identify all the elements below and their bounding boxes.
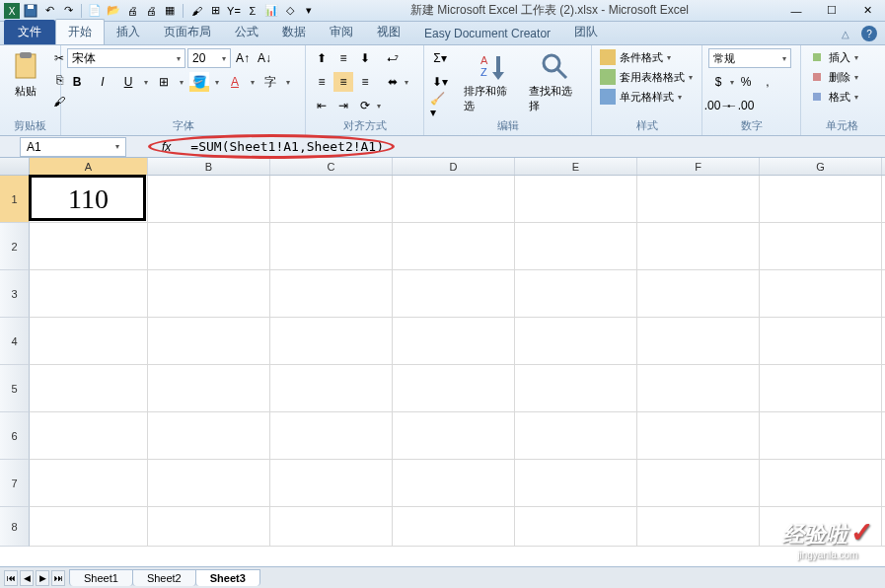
paste-button[interactable]: 粘贴 xyxy=(6,48,45,101)
italic-button[interactable]: I xyxy=(93,72,112,92)
sheet-nav-first-icon[interactable]: ⏮ xyxy=(4,570,18,586)
more-icon[interactable]: ▾ xyxy=(301,3,317,19)
font-size-select[interactable]: 20▾ xyxy=(187,48,231,68)
align-top-icon[interactable]: ⬆ xyxy=(312,48,332,68)
cells-area[interactable]: 110 xyxy=(30,176,885,547)
tab-home[interactable]: 开始 xyxy=(55,19,105,44)
new-icon[interactable]: 📄 xyxy=(87,3,103,19)
cell-C6[interactable] xyxy=(270,412,393,459)
fill-color-button[interactable]: 🪣 xyxy=(189,72,209,92)
cell-D8[interactable] xyxy=(393,507,515,546)
cell-B1[interactable] xyxy=(148,176,270,222)
tab-easy[interactable]: Easy Document Creator xyxy=(412,23,562,44)
align-right-icon[interactable]: ≡ xyxy=(355,72,375,92)
sheet-tab-sheet3[interactable]: Sheet3 xyxy=(195,569,260,586)
cell-G4[interactable] xyxy=(760,318,882,364)
cell-D6[interactable] xyxy=(393,412,515,459)
select-all-corner[interactable] xyxy=(0,158,30,175)
cell-E2[interactable] xyxy=(515,223,637,269)
format-cells-button[interactable]: 格式▾ xyxy=(807,88,860,106)
cell-D2[interactable] xyxy=(393,223,515,269)
align-middle-icon[interactable]: ≡ xyxy=(333,48,353,68)
cell-G2[interactable] xyxy=(760,223,882,269)
table-icon[interactable]: ▦ xyxy=(162,3,178,19)
cell-B4[interactable] xyxy=(148,318,270,364)
cell-G7[interactable] xyxy=(760,460,882,506)
cell-E3[interactable] xyxy=(515,270,637,317)
cell-C8[interactable] xyxy=(270,507,393,546)
save-icon[interactable] xyxy=(23,3,38,19)
merge-icon[interactable]: ⬌ xyxy=(383,72,403,92)
col-header-E[interactable]: E xyxy=(515,158,637,175)
cell-E6[interactable] xyxy=(515,412,637,459)
sheet-tab-sheet1[interactable]: Sheet1 xyxy=(69,569,133,586)
currency-icon[interactable]: $ xyxy=(708,72,728,92)
increase-font-icon[interactable]: A↑ xyxy=(233,48,253,68)
font-color-button[interactable]: A xyxy=(225,72,245,92)
cell-B5[interactable] xyxy=(148,365,270,411)
pivot-icon[interactable]: ⊞ xyxy=(207,3,223,19)
indent-dec-icon[interactable]: ⇤ xyxy=(312,96,332,115)
cell-style-button[interactable]: 单元格样式▾ xyxy=(598,88,684,106)
cell-A3[interactable] xyxy=(30,270,148,317)
cell-B7[interactable] xyxy=(148,460,270,506)
sheet-nav-next-icon[interactable]: ▶ xyxy=(36,570,49,586)
col-header-A[interactable]: A xyxy=(30,158,148,175)
cell-A4[interactable] xyxy=(30,318,148,364)
row-header-2[interactable]: 2 xyxy=(0,223,30,270)
autosum-icon[interactable]: Σ▾ xyxy=(430,48,450,68)
quick-print-icon[interactable]: 🖨 xyxy=(143,3,159,19)
conditional-format-button[interactable]: 条件格式▾ xyxy=(598,48,673,66)
cell-B6[interactable] xyxy=(148,412,270,459)
wrap-text-icon[interactable]: ⮐ xyxy=(383,48,403,68)
col-header-F[interactable]: F xyxy=(637,158,760,175)
minimize-ribbon-icon[interactable]: △ xyxy=(838,26,853,41)
brush-icon[interactable]: 🖌 xyxy=(188,3,204,19)
cell-B3[interactable] xyxy=(148,270,270,317)
cell-B8[interactable] xyxy=(148,507,270,546)
cell-C3[interactable] xyxy=(270,270,393,317)
open-icon[interactable]: 📂 xyxy=(106,3,121,19)
decrease-font-icon[interactable]: A↓ xyxy=(255,48,274,68)
row-header-5[interactable]: 5 xyxy=(0,365,30,412)
minimize-button[interactable]: — xyxy=(782,2,810,20)
sheet-nav-last-icon[interactable]: ⏭ xyxy=(51,570,65,586)
border-button[interactable]: ⊞ xyxy=(154,72,174,92)
col-header-B[interactable]: B xyxy=(148,158,270,175)
comma-icon[interactable]: , xyxy=(758,72,777,92)
tab-insert[interactable]: 插入 xyxy=(105,20,152,44)
cell-F5[interactable] xyxy=(637,365,760,411)
col-header-G[interactable]: G xyxy=(760,158,882,175)
cell-C4[interactable] xyxy=(270,318,393,364)
indent-inc-icon[interactable]: ⇥ xyxy=(333,96,353,115)
fx-icon[interactable]: fx xyxy=(156,140,177,154)
row-header-7[interactable]: 7 xyxy=(0,460,30,507)
pinyin-button[interactable]: 字 xyxy=(260,72,280,92)
sheet-tab-sheet2[interactable]: Sheet2 xyxy=(132,569,196,586)
print-preview-icon[interactable]: 🖨 xyxy=(124,3,140,19)
tab-review[interactable]: 审阅 xyxy=(318,20,365,44)
cell-C1[interactable] xyxy=(270,176,393,222)
cell-F6[interactable] xyxy=(637,412,760,459)
cell-C5[interactable] xyxy=(270,365,393,411)
sheet-nav-prev-icon[interactable]: ◀ xyxy=(20,570,34,586)
cell-A6[interactable] xyxy=(30,412,148,459)
insert-cells-button[interactable]: 插入▾ xyxy=(807,48,860,66)
fill-icon[interactable]: ⬇▾ xyxy=(430,72,450,92)
orientation-icon[interactable]: ⟳ xyxy=(355,96,375,115)
bold-button[interactable]: B xyxy=(67,72,87,92)
cell-D3[interactable] xyxy=(393,270,515,317)
tab-file[interactable]: 文件 xyxy=(4,20,55,44)
align-center-icon[interactable]: ≡ xyxy=(333,72,353,92)
sigma-icon[interactable]: Σ xyxy=(245,3,260,19)
cell-A1[interactable]: 110 xyxy=(30,176,148,222)
cell-A5[interactable] xyxy=(30,365,148,411)
cell-C7[interactable] xyxy=(270,460,393,506)
cell-F8[interactable] xyxy=(637,507,760,546)
sort-filter-button[interactable]: AZ 排序和筛选 xyxy=(460,48,521,115)
row-header-1[interactable]: 1 xyxy=(0,176,30,223)
align-left-icon[interactable]: ≡ xyxy=(312,72,332,92)
fx-qat-icon[interactable]: Y= xyxy=(226,3,242,19)
decimal-dec-icon[interactable]: ←.00 xyxy=(730,96,750,115)
cell-F7[interactable] xyxy=(637,460,760,506)
